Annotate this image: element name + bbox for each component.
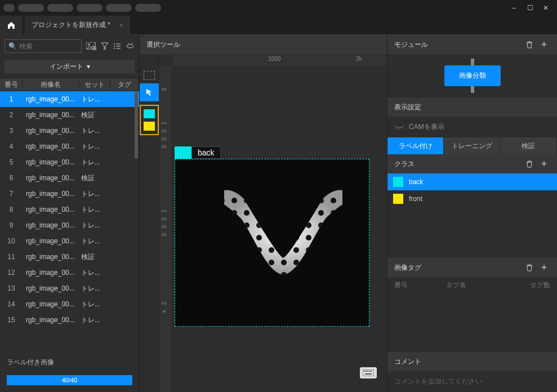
project-tab[interactable]: プロジェクトを新規作成 * ×: [25, 16, 130, 35]
image-rows: 1rgb_image_00...トレ...2rgb_image_00...検証3…: [0, 91, 139, 352]
table-row[interactable]: 12rgb_image_00...トレ...: [0, 265, 139, 280]
table-row[interactable]: 13rgb_image_00...トレ...: [0, 280, 139, 296]
tab-training[interactable]: トレーニング: [444, 137, 500, 154]
tab-close-icon[interactable]: ×: [119, 21, 123, 29]
progress-bar: 40/40: [7, 375, 132, 385]
image-icon[interactable]: [86, 42, 96, 50]
add-icon[interactable]: +: [538, 158, 550, 170]
tab-labeling[interactable]: ラベル付け: [387, 137, 444, 154]
module-graph: 画像分類: [387, 54, 557, 97]
canvas[interactable]: 1000 2k 0 1 0 0 0 1 0 0 0 2 k: [159, 54, 387, 392]
comment-title: コメント: [394, 357, 421, 367]
col-set[interactable]: セット: [79, 78, 110, 91]
table-row[interactable]: 15rgb_image_00...トレ...: [0, 312, 139, 328]
swatch-cyan[interactable]: [144, 109, 155, 118]
filter-icon[interactable]: [101, 42, 109, 50]
svg-point-5: [114, 48, 115, 49]
class-list: backfront: [387, 173, 557, 207]
table-row[interactable]: 8rgb_image_00...トレ...: [0, 202, 139, 217]
home-button[interactable]: [0, 16, 23, 35]
image-table-header: 番号 画像名 セット タグ: [0, 78, 139, 91]
minimize-button[interactable]: –: [506, 0, 522, 16]
tab-title: プロジェクトを新規作成 *: [32, 20, 110, 30]
label-chip[interactable]: back: [175, 146, 221, 159]
ruler-vertical: 0 1 0 0 0 1 0 0 0 2 k: [159, 65, 171, 392]
search-placeholder: 検索: [19, 42, 33, 51]
menu-pill[interactable]: [47, 4, 73, 12]
table-row[interactable]: 5rgb_image_00...トレ...: [0, 154, 139, 170]
class-header: クラス +: [387, 154, 557, 173]
table-row[interactable]: 10rgb_image_00...トレ...: [0, 233, 139, 249]
trash-icon[interactable]: [523, 261, 536, 274]
table-row[interactable]: 9rgb_image_00...トレ...: [0, 217, 139, 233]
trash-icon[interactable]: [523, 158, 536, 170]
class-row[interactable]: back: [387, 173, 557, 190]
cursor-tool[interactable]: [140, 83, 159, 101]
mode-tabs: ラベル付け トレーニング 検証: [387, 137, 557, 154]
imagetag-title: 画像タグ: [394, 263, 421, 273]
table-row[interactable]: 7rgb_image_00...トレ...: [0, 186, 139, 202]
menu-pill[interactable]: [135, 4, 161, 12]
add-icon[interactable]: +: [538, 261, 550, 274]
add-icon[interactable]: +: [538, 38, 550, 51]
table-row[interactable]: 11rgb_image_00...検証: [0, 249, 139, 265]
list-icon[interactable]: [113, 42, 121, 50]
view-icon[interactable]: [126, 42, 135, 50]
table-row[interactable]: 4rgb_image_00...トレ...: [0, 139, 139, 154]
menu-pill[interactable]: [106, 4, 132, 12]
import-button[interactable]: インポート ▾: [5, 60, 135, 73]
module-node-button[interactable]: 画像分類: [444, 65, 501, 86]
scrollbar[interactable]: [135, 91, 138, 159]
svg-point-1: [88, 44, 90, 46]
svg-point-3: [114, 43, 115, 44]
trash-icon[interactable]: [523, 38, 536, 51]
svg-rect-12: [371, 371, 372, 372]
display-title: 表示設定: [394, 103, 421, 112]
search-input[interactable]: 🔍 検索: [5, 39, 82, 53]
close-button[interactable]: ✕: [538, 0, 554, 16]
display-header: 表示設定: [387, 97, 557, 117]
module-title: モジュール: [394, 40, 428, 50]
class-title: クラス: [394, 159, 415, 169]
menu-pill[interactable]: [77, 4, 103, 12]
tab-validation[interactable]: 検証: [501, 137, 557, 154]
property-panel: モジュール + 画像分類 表示設定 CAMを表示 ラベル付け トレーニング 検証…: [387, 35, 557, 392]
svg-rect-10: [367, 371, 368, 372]
marquee-tool[interactable]: [144, 71, 155, 80]
class-row[interactable]: front: [387, 190, 557, 207]
image-view[interactable]: [175, 159, 369, 327]
import-label: インポート: [50, 62, 83, 72]
keyboard-icon[interactable]: [360, 367, 377, 378]
svg-rect-9: [366, 371, 367, 372]
label-chip-text: back: [191, 146, 221, 159]
swatch-yellow[interactable]: [144, 122, 155, 131]
cam-label: CAMを表示: [409, 122, 444, 132]
table-row[interactable]: 3rgb_image_00...トレ...: [0, 123, 139, 139]
col-num[interactable]: 番号: [0, 78, 23, 91]
tool-palette: [140, 54, 159, 392]
menu-pill[interactable]: [18, 4, 44, 12]
tab-bar: プロジェクトを新規作成 * ×: [0, 16, 557, 35]
svg-rect-7: [363, 369, 374, 376]
maximize-button[interactable]: ☐: [522, 0, 538, 16]
ruler-horizontal: 1000 2k: [172, 54, 387, 65]
menu-pill[interactable]: [3, 4, 15, 12]
svg-rect-8: [364, 371, 365, 372]
col-name[interactable]: 画像名: [23, 78, 79, 91]
table-row[interactable]: 14rgb_image_00...トレ...: [0, 296, 139, 312]
comment-input[interactable]: コメントを追加してください: [387, 371, 557, 392]
table-row[interactable]: 6rgb_image_00...検証: [0, 170, 139, 186]
part-shape: [216, 182, 351, 283]
imagetag-header: 画像タグ +: [387, 258, 557, 277]
col-tag[interactable]: タグ: [110, 78, 139, 91]
tagcol-count: タグ数: [498, 280, 550, 290]
dropdown-icon: ▾: [87, 63, 90, 70]
svg-point-4: [114, 46, 115, 47]
image-list-panel: 🔍 検索 インポート ▾ 番号 画像名 セット タグ: [0, 35, 140, 392]
svg-rect-13: [365, 373, 372, 375]
cam-toggle-row[interactable]: CAMを表示: [387, 117, 557, 137]
table-row[interactable]: 1rgb_image_00...トレ...: [0, 91, 139, 107]
canvas-title: 選択ツール: [140, 35, 387, 54]
table-row[interactable]: 2rgb_image_00...検証: [0, 107, 139, 123]
svg-rect-11: [369, 371, 370, 372]
